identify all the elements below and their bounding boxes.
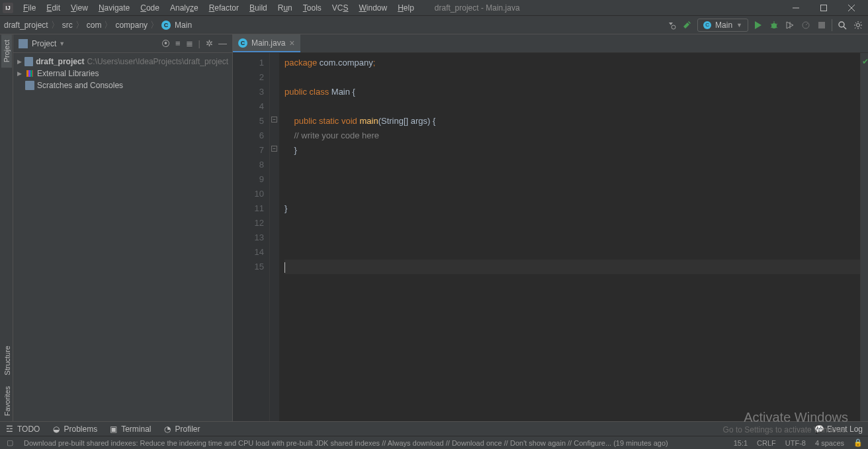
code-text[interactable]: package com.company; public class Main {… xyxy=(279,53,860,421)
dropdown-icon[interactable]: ▼ xyxy=(59,40,65,47)
status-tool-window-icon[interactable]: ▢ xyxy=(5,438,15,448)
crumb-project[interactable]: draft_project xyxy=(4,21,48,30)
minimize-button[interactable] xyxy=(782,0,810,16)
bottom-tab-profiler[interactable]: ◔Profiler xyxy=(163,424,200,434)
menu-window[interactable]: Window xyxy=(354,2,392,14)
debug-button[interactable] xyxy=(768,19,780,31)
line-number[interactable]: 3 xyxy=(233,85,264,99)
line-number[interactable]: 13 xyxy=(233,230,264,245)
class-icon: C xyxy=(703,21,711,29)
svg-rect-12 xyxy=(818,22,825,28)
error-stripe[interactable]: ✔ xyxy=(860,53,868,421)
line-number[interactable]: 15 xyxy=(233,260,264,274)
menu-help[interactable]: Help xyxy=(393,2,419,14)
tree-scratches[interactable]: Scratches and Consoles xyxy=(13,79,232,91)
tree-ext-label: External Libraries xyxy=(37,69,99,78)
line-number[interactable]: 2 xyxy=(233,70,264,85)
line-number[interactable]: 4 xyxy=(233,99,264,114)
tree-root[interactable]: ▶ draft_project C:\Users\user\IdeaProjec… xyxy=(13,56,232,68)
svg-point-15 xyxy=(857,23,860,26)
profiler-icon: ◔ xyxy=(163,424,172,433)
status-caret-pos[interactable]: 15:1 xyxy=(734,439,748,447)
svg-line-8 xyxy=(776,24,777,25)
line-number[interactable]: 10 xyxy=(233,187,264,201)
build-hammer-icon[interactable] xyxy=(681,19,693,31)
rail-project[interactable]: Project xyxy=(1,34,12,68)
project-tree[interactable]: ▶ draft_project C:\Users\user\IdeaProjec… xyxy=(13,53,232,421)
settings-gear-icon[interactable] xyxy=(852,19,864,31)
menu-build[interactable]: Build xyxy=(245,2,272,14)
menu-file[interactable]: File xyxy=(19,2,40,14)
code-area[interactable]: 1 2 3 4 5 6 7 8 9 10 11 12 13 14 15 − − xyxy=(233,53,868,421)
line-number[interactable]: 6 xyxy=(233,128,264,143)
terminal-icon: ▣ xyxy=(109,424,118,433)
tree-scratch-label: Scratches and Consoles xyxy=(37,81,123,90)
close-tab-icon[interactable]: × xyxy=(289,38,294,48)
hide-panel-icon[interactable]: — xyxy=(218,38,227,48)
search-everywhere-icon[interactable] xyxy=(836,19,848,31)
coverage-button[interactable] xyxy=(784,19,796,31)
rail-structure[interactable]: Structure xyxy=(1,340,13,381)
line-number[interactable]: 7 xyxy=(233,143,264,158)
run-config-selector[interactable]: C Main ▼ xyxy=(697,19,748,32)
panel-settings-icon[interactable]: ✲ xyxy=(206,38,213,48)
maximize-button[interactable] xyxy=(810,0,838,16)
status-bar: ▢ Download pre-built shared indexes: Red… xyxy=(0,436,868,449)
close-button[interactable] xyxy=(838,0,865,16)
menu-vcs[interactable]: VCS xyxy=(327,2,353,14)
line-number[interactable]: 11 xyxy=(233,201,264,216)
eventlog-icon: 💬 xyxy=(815,424,824,433)
expand-all-icon[interactable]: ≡ xyxy=(175,38,181,48)
collapse-all-icon[interactable]: ≣ xyxy=(186,38,193,48)
fold-column[interactable]: − − xyxy=(270,53,279,421)
menu-refactor[interactable]: Refactor xyxy=(204,2,243,14)
line-number[interactable]: 8 xyxy=(233,158,264,172)
crumb-src[interactable]: src xyxy=(62,21,73,30)
bottom-tab-terminal[interactable]: ▣Terminal xyxy=(109,424,151,434)
bottom-tab-eventlog[interactable]: 💬Event Log xyxy=(815,424,863,434)
status-message[interactable]: Download pre-built shared indexes: Reduc… xyxy=(24,439,724,447)
profile-button[interactable] xyxy=(800,19,812,31)
lock-icon[interactable]: 🔒 xyxy=(853,438,863,448)
select-opened-file-icon[interactable]: ⦿ xyxy=(161,38,170,48)
gutter[interactable]: 1 2 3 4 5 6 7 8 9 10 11 12 13 14 15 xyxy=(233,53,270,421)
line-number[interactable]: 5 xyxy=(233,114,264,128)
run-config-label: Main xyxy=(715,21,732,30)
project-panel-title[interactable]: Project xyxy=(32,39,56,48)
menu-run[interactable]: Run xyxy=(273,2,297,14)
crumb-main[interactable]: Main xyxy=(175,21,192,30)
tree-external-libs[interactable]: ▶ External Libraries xyxy=(13,68,232,79)
svg-line-9 xyxy=(771,27,772,28)
svg-point-13 xyxy=(839,22,844,27)
tree-root-path: C:\Users\user\IdeaProjects\draft_project xyxy=(87,57,228,66)
menu-view[interactable]: View xyxy=(66,2,93,14)
line-number[interactable]: 14 xyxy=(233,245,264,260)
status-encoding[interactable]: UTF-8 xyxy=(785,439,806,447)
menu-tools[interactable]: Tools xyxy=(298,2,326,14)
add-config-icon[interactable] xyxy=(666,19,677,31)
bottom-tab-todo[interactable]: ☲TODO xyxy=(5,424,40,434)
line-number[interactable]: 1 xyxy=(233,56,264,70)
bottom-tab-problems[interactable]: ◒Problems xyxy=(52,424,97,434)
menu-edit[interactable]: Edit xyxy=(42,2,65,14)
status-indent[interactable]: 4 spaces xyxy=(815,439,844,447)
menu-navigate[interactable]: Navigate xyxy=(94,2,134,14)
menu-analyze[interactable]: Analyze xyxy=(165,2,203,14)
line-number[interactable]: 9 xyxy=(233,172,264,187)
analysis-ok-icon[interactable]: ✔ xyxy=(862,57,868,66)
breadcrumb: draft_project〉 src〉 com〉 company〉 C Main xyxy=(4,19,192,31)
fold-icon[interactable]: − xyxy=(271,146,277,152)
left-tool-rail: Project Structure Favorites xyxy=(0,34,13,421)
stop-button[interactable] xyxy=(816,19,828,31)
line-number[interactable]: 12 xyxy=(233,216,264,230)
svg-line-10 xyxy=(776,27,777,28)
menu-code[interactable]: Code xyxy=(136,2,164,14)
crumb-com[interactable]: com xyxy=(87,21,102,30)
run-button[interactable] xyxy=(752,19,764,31)
editor-tab-main[interactable]: C Main.java × xyxy=(233,34,300,52)
rail-favorites[interactable]: Favorites xyxy=(1,381,13,421)
fold-icon[interactable]: − xyxy=(271,117,277,123)
status-line-separator[interactable]: CRLF xyxy=(757,439,776,447)
editor-tabs: C Main.java × xyxy=(233,34,868,53)
crumb-company[interactable]: company xyxy=(115,21,148,30)
